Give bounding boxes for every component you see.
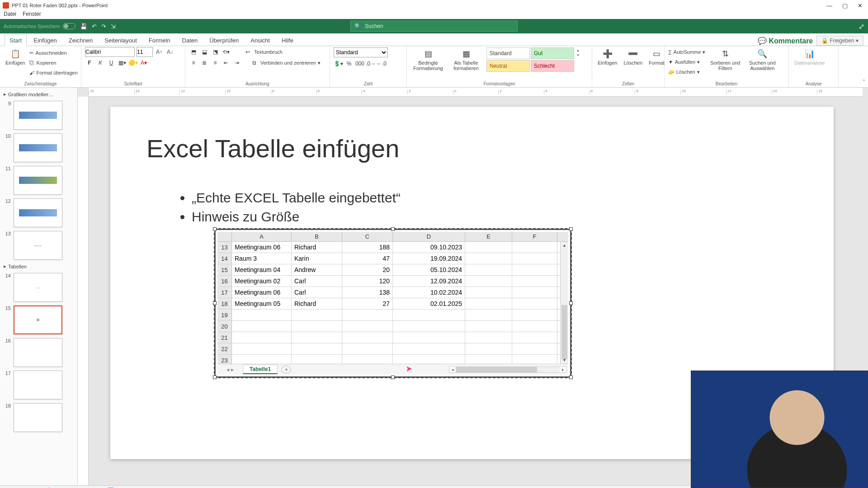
excel-cell[interactable]: Richard: [292, 298, 342, 309]
excel-cell[interactable]: Raum 3: [232, 253, 292, 264]
excel-cell[interactable]: Meetingraum 04: [232, 264, 292, 275]
scroll-down-icon[interactable]: ▼: [561, 357, 568, 364]
currency-icon[interactable]: 💲▾: [334, 59, 343, 68]
excel-cell[interactable]: [393, 321, 465, 332]
touch-mode-icon[interactable]: ⇲: [111, 23, 116, 30]
save-icon[interactable]: 💾: [80, 23, 87, 30]
tab-daten[interactable]: Daten: [177, 34, 203, 46]
col-header-E[interactable]: E: [465, 232, 512, 241]
excel-row-headers[interactable]: 13 14 15 16 17 18 19 20 21 22 23: [217, 242, 232, 364]
resize-handle-ne[interactable]: [569, 227, 573, 231]
conditional-formatting-button[interactable]: ▤Bedingte Formatierung: [410, 47, 446, 72]
row-header[interactable]: 16: [217, 276, 231, 287]
excel-cell[interactable]: [232, 355, 292, 364]
excel-cell[interactable]: [512, 253, 557, 264]
font-name-input[interactable]: [85, 47, 135, 57]
scroll-right-icon[interactable]: ▸: [560, 367, 566, 372]
align-left-icon[interactable]: ≡: [189, 58, 198, 67]
excel-cell[interactable]: [393, 343, 465, 354]
slide-bullets[interactable]: „Echte EXCEL Tabelle eingebettet“ Hinwei…: [146, 190, 797, 225]
fill-color-button[interactable]: 🟡▾: [128, 58, 137, 67]
excel-cell[interactable]: [465, 355, 512, 364]
excel-cell[interactable]: [512, 298, 557, 309]
thousands-icon[interactable]: 000: [355, 59, 364, 68]
excel-cell[interactable]: [465, 287, 512, 298]
tab-ueberpruefen[interactable]: Überprüfen: [204, 34, 244, 46]
excel-cell[interactable]: [393, 355, 465, 364]
increase-decimal-icon[interactable]: .0→: [366, 59, 375, 68]
row-header[interactable]: 15: [217, 264, 231, 276]
excel-column-headers[interactable]: A B C D E F: [217, 232, 568, 242]
styles-more-icon[interactable]: ▴▾: [577, 47, 579, 57]
slide-thumbnail-panel[interactable]: ▸ Grafiken modellier… 9 10 11 12 13• • •…: [0, 88, 78, 485]
slide-thumbnail-18[interactable]: 18: [1, 401, 76, 434]
excel-cell[interactable]: 02.01.2025: [393, 298, 465, 309]
scroll-thumb[interactable]: [561, 305, 567, 359]
excel-cell[interactable]: [232, 343, 292, 354]
row-header[interactable]: 23: [217, 355, 231, 364]
excel-cell[interactable]: 10.02.2024: [393, 287, 465, 298]
maximize-button[interactable]: ▢: [842, 2, 848, 9]
excel-cell[interactable]: [292, 332, 342, 343]
merge-icon[interactable]: ⧉: [250, 58, 259, 67]
excel-cell[interactable]: 27: [342, 298, 393, 309]
search-box[interactable]: 🔍 Suchen: [350, 21, 518, 32]
redo-icon[interactable]: ↷: [101, 23, 106, 30]
excel-cell[interactable]: Richard: [292, 242, 342, 253]
format-painter-button[interactable]: 🖌Format übertragen: [29, 68, 77, 77]
excel-cell[interactable]: 120: [342, 276, 393, 286]
menu-datei[interactable]: Datei: [4, 11, 16, 19]
col-header-D[interactable]: D: [393, 232, 465, 241]
decrease-font-icon[interactable]: A↓: [165, 47, 175, 56]
undo-icon[interactable]: ↶: [92, 23, 97, 30]
excel-row[interactable]: Meetingraum 05Richard2702.01.2025: [232, 298, 560, 310]
style-gut[interactable]: Gut: [531, 47, 574, 59]
slide-thumbnail-13[interactable]: 13• • • •: [1, 229, 76, 262]
excel-cell[interactable]: Carl: [292, 276, 342, 286]
sort-filter-button[interactable]: ⇅Sortieren und Filtern: [708, 47, 742, 72]
scroll-up-icon[interactable]: ▲: [561, 242, 568, 249]
slide-thumbnail-9[interactable]: 9: [1, 99, 76, 131]
tab-seitenlayout[interactable]: Seitenlayout: [99, 34, 142, 46]
resize-handle-e[interactable]: [569, 301, 573, 305]
sheet-nav[interactable]: ◂▸: [217, 366, 243, 373]
slide-title[interactable]: Excel Tabelle einfügen: [146, 134, 797, 163]
slide-thumbnail-12[interactable]: 12: [1, 197, 76, 229]
scroll-left-icon[interactable]: ◂: [449, 367, 456, 372]
excel-cell[interactable]: [393, 332, 465, 343]
select-all-corner[interactable]: [217, 232, 232, 241]
share-button[interactable]: 🔒 Freigeben ▾: [816, 36, 863, 46]
excel-cell[interactable]: Meetingraum 02: [232, 276, 292, 286]
excel-cell[interactable]: Karin: [292, 253, 342, 264]
style-standard[interactable]: Standard: [486, 47, 530, 59]
tab-formeln[interactable]: Formeln: [144, 34, 175, 46]
excel-cell[interactable]: [465, 310, 512, 320]
excel-horizontal-scrollbar[interactable]: ◂ ▸: [449, 366, 566, 373]
orientation-icon[interactable]: ⟲▾: [222, 47, 231, 56]
slide-thumbnail-14[interactable]: 14—: [1, 271, 76, 304]
resize-handle-s[interactable]: [391, 375, 395, 379]
indent-increase-icon[interactable]: ⇥: [232, 58, 241, 67]
excel-cell[interactable]: [342, 343, 393, 354]
align-top-icon[interactable]: ⬒: [189, 47, 198, 56]
excel-cell[interactable]: [465, 298, 512, 309]
bold-button[interactable]: F: [85, 58, 94, 67]
excel-cell[interactable]: [232, 332, 292, 343]
row-header[interactable]: 13: [217, 242, 231, 253]
wrap-text-icon[interactable]: ↩: [243, 47, 252, 56]
excel-cell[interactable]: 09.10.2023: [393, 242, 465, 253]
excel-cell[interactable]: [342, 332, 393, 343]
style-neutral[interactable]: Neutral: [486, 60, 530, 72]
row-header[interactable]: 14: [217, 253, 231, 264]
excel-row[interactable]: Meetingraum 04Andrew2005.10.2024: [232, 264, 560, 276]
excel-cell[interactable]: 138: [342, 287, 393, 298]
excel-cell[interactable]: 188: [342, 242, 393, 253]
fill-button[interactable]: ▼Ausfüllen▾: [668, 57, 705, 66]
slide-thumbnail-11[interactable]: 11: [1, 164, 76, 197]
excel-cell[interactable]: [393, 310, 465, 320]
excel-cell[interactable]: [292, 321, 342, 332]
excel-cell[interactable]: [465, 343, 512, 354]
clear-button[interactable]: 🧽Löschen▾: [668, 67, 705, 76]
excel-row[interactable]: [232, 310, 560, 321]
excel-cell[interactable]: [512, 242, 557, 253]
